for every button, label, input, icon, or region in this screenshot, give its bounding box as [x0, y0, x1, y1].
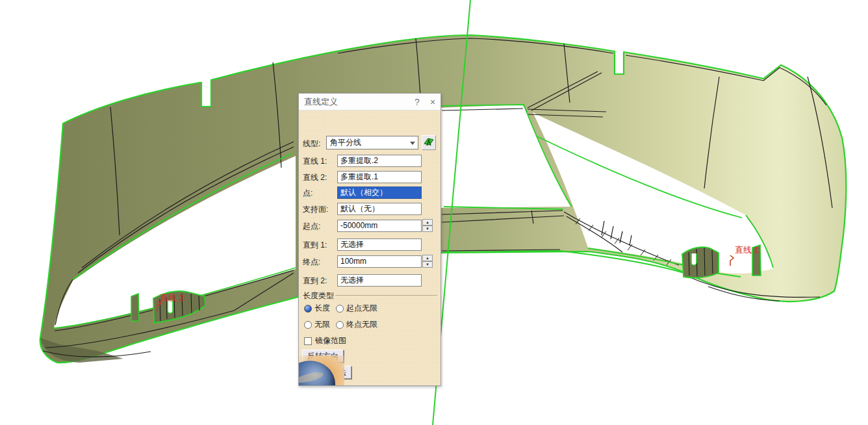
until1-field[interactable]: 无选择 — [337, 238, 422, 251]
start-field[interactable]: -50000mm — [337, 220, 422, 232]
end-spinner: ▲ ▼ — [422, 255, 433, 268]
spin-down-icon[interactable]: ▼ — [422, 225, 433, 232]
point-field[interactable]: 默认（相交） — [337, 187, 422, 199]
help-button[interactable]: ? — [409, 95, 425, 109]
line1-label: 直线 1: — [303, 156, 327, 167]
mirror-extent-checkbox[interactable]: 镜像范围 — [304, 335, 346, 346]
dialog-titlebar[interactable]: 直线定义 ? × — [299, 94, 440, 110]
radio-end-infinite[interactable]: 终点无限 — [336, 319, 377, 330]
radio-label: 起点无限 — [346, 303, 377, 314]
line1-field[interactable]: 多重提取.2 — [337, 155, 422, 167]
radio-icon — [304, 321, 312, 329]
dialog-title: 直线定义 — [304, 96, 409, 108]
close-button[interactable]: × — [425, 95, 440, 109]
support-label: 支持面: — [303, 204, 328, 215]
length-type-group-label: 长度类型 — [303, 290, 334, 302]
end-label: 终点: — [303, 257, 320, 268]
line-definition-dialog: 直线定义 ? × 线型: 角平分线 直线 1: 多重提取.2 直线 2: 多重提… — [298, 93, 441, 386]
radio-label: 终点无限 — [346, 319, 377, 330]
start-label: 起点: — [303, 221, 320, 232]
spin-down-icon[interactable]: ▼ — [422, 261, 433, 268]
selection-label-line1: 直线 1: — [735, 244, 761, 256]
spin-up-icon[interactable]: ▲ — [422, 255, 433, 261]
until1-label: 直到 1: — [303, 240, 327, 251]
radio-length[interactable]: 长度 — [304, 303, 330, 314]
radio-infinite[interactable]: 无限 — [304, 319, 330, 330]
group-divider — [335, 295, 437, 296]
chevron-down-icon — [410, 142, 415, 145]
checkbox-icon — [304, 337, 312, 345]
support-field[interactable]: 默认（无） — [337, 203, 422, 215]
catia-globe-decoration — [299, 355, 344, 385]
dialog-body: 线型: 角平分线 直线 1: 多重提取.2 直线 2: 多重提取.1 点: 默认… — [299, 110, 440, 385]
until2-label: 直到 2: — [303, 276, 327, 287]
line2-field[interactable]: 多重提取.1 — [337, 171, 422, 183]
until2-field[interactable]: 无选择 — [337, 274, 422, 287]
radio-icon — [304, 305, 312, 313]
radio-start-infinite[interactable]: 起点无限 — [336, 303, 377, 314]
point-label: 点: — [303, 188, 313, 199]
line-type-label: 线型: — [303, 138, 320, 149]
line-type-icon-button[interactable] — [422, 135, 436, 150]
checkbox-label: 镜像范围 — [315, 335, 346, 346]
selection-label-line2: 直线 2: — [160, 292, 186, 304]
line-type-value: 角平分线 — [330, 138, 361, 147]
line-type-dropdown[interactable]: 角平分线 — [326, 136, 418, 149]
bisector-line-icon — [423, 136, 435, 148]
start-spinner: ▲ ▼ — [422, 219, 433, 233]
line2-label: 直线 2: — [303, 172, 327, 183]
application-viewport: 直线 2: 直线 1: 直线定义 ? × 线型: 角平分线 直线 1: 多重提取… — [0, 0, 868, 425]
radio-icon — [336, 305, 344, 313]
spin-up-icon[interactable]: ▲ — [422, 219, 433, 225]
radio-icon — [336, 321, 344, 329]
end-field[interactable]: 100mm — [337, 255, 422, 268]
radio-label: 无限 — [314, 319, 330, 330]
radio-label: 长度 — [314, 303, 330, 314]
